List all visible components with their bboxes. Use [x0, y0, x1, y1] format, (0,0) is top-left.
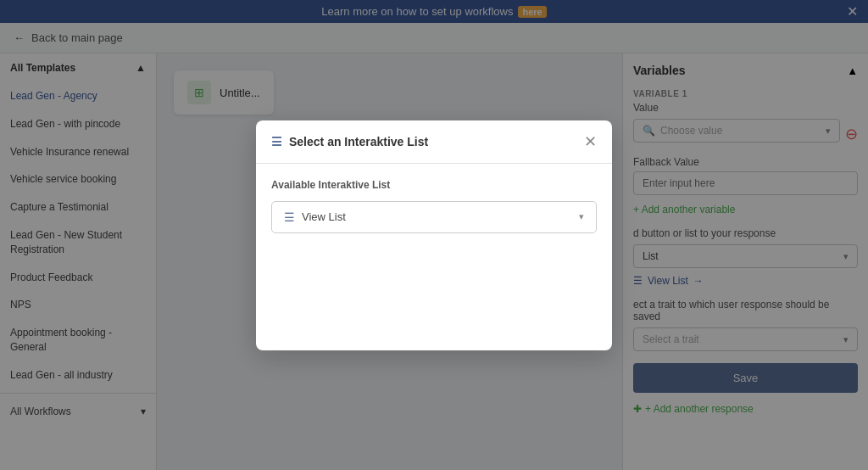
available-list-label: Available Interaktive List [271, 179, 597, 191]
modal-dropdown-left: ☰ View List [284, 210, 346, 224]
modal-body: Available Interaktive List ☰ View List ▾ [256, 164, 612, 350]
modal-header: ☰ Select an Interaktive List ✕ [256, 120, 612, 164]
modal-close-button[interactable]: ✕ [584, 132, 597, 151]
modal-view-list-dropdown[interactable]: ☰ View List ▾ [271, 201, 597, 233]
modal-dropdown-chevron-icon: ▾ [579, 211, 584, 222]
dropdown-list-icon: ☰ [284, 210, 295, 224]
modal-title: ☰ Select an Interaktive List [271, 135, 428, 148]
modal-dropdown-label: View List [302, 210, 346, 223]
modal-list-icon: ☰ [271, 135, 282, 148]
modal-overlay[interactable]: ☰ Select an Interaktive List ✕ Available… [0, 0, 868, 470]
modal: ☰ Select an Interaktive List ✕ Available… [256, 120, 612, 350]
